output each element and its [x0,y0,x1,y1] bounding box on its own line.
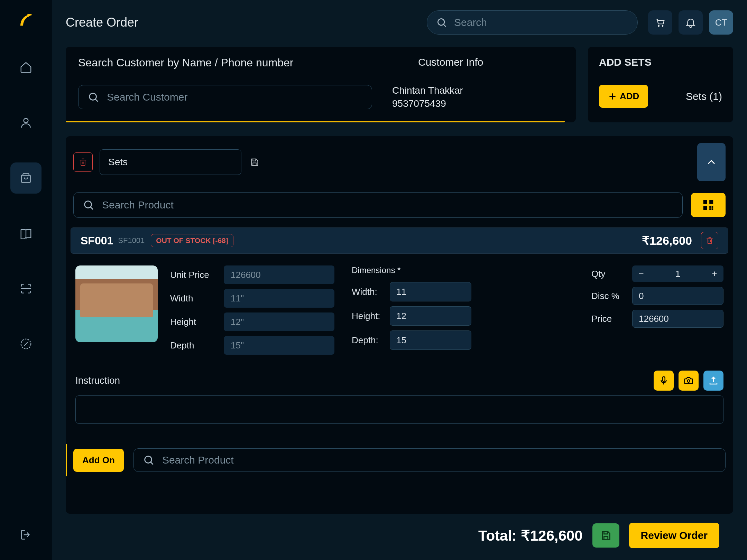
nav-discount[interactable] [10,328,42,360]
depth-value [224,336,334,355]
dim-width-input[interactable] [390,282,471,301]
dim-width-label: Width: [352,287,384,297]
page-title: Create Order [66,15,138,30]
cart-button[interactable] [648,10,672,35]
search-icon [83,199,94,211]
search-icon [87,91,99,103]
sidebar [0,0,52,560]
svg-point-3 [90,93,96,100]
review-order-button[interactable]: Review Order [629,523,719,548]
width-label: Width [170,293,217,304]
customer-search-title: Search Customer by Name / Phone number [78,56,294,69]
sets-count: Sets (1) [686,91,722,102]
collapse-button[interactable] [697,143,726,181]
svg-point-0 [24,118,28,123]
svg-point-13 [687,380,690,383]
svg-rect-6 [709,200,713,204]
nav-user[interactable] [10,107,42,138]
customer-search[interactable] [78,85,372,109]
sets-title: ADD SETS [599,56,722,68]
product-search-input[interactable] [102,199,673,211]
customer-panel: Search Customer by Name / Phone number C… [66,47,576,122]
customer-name: Chintan Thakkar [392,85,463,96]
product-header: SF001 SF1001 OUT OF STOCK [-68] ₹126,600 [71,227,728,254]
qr-icon [702,198,715,212]
product-sku: SF1001 [118,236,145,245]
notifications-button[interactable] [679,10,703,35]
add-set-button[interactable]: ADD [599,85,648,108]
nav-logout[interactable] [19,528,33,543]
upload-button[interactable] [703,371,723,391]
dimensions-title: Dimensions * [352,265,471,275]
dim-depth-input[interactable] [390,330,471,350]
svg-rect-5 [703,200,707,204]
dim-height-label: Height: [352,311,384,321]
chevron-up-icon [705,156,718,168]
svg-rect-10 [709,208,711,210]
topbar: Create Order CT [66,10,733,35]
set-card: SF001 SF1001 OUT OF STOCK [-68] ₹126,600… [66,136,733,514]
product-code: SF001 [81,234,113,247]
qty-label: Qty [591,269,626,279]
global-search[interactable] [427,10,638,35]
svg-point-2 [438,19,444,25]
depth-label: Depth [170,340,217,351]
price-input[interactable] [632,310,723,328]
svg-point-4 [85,201,92,208]
addon-bar: Add On [66,444,733,476]
svg-rect-7 [703,206,707,210]
logo [16,10,36,31]
qty-value: 1 [650,265,706,282]
camera-button[interactable] [679,371,699,391]
save-icon[interactable] [250,157,259,167]
footer: Total: ₹126,600 Review Order [66,514,733,560]
product-price: ₹126,600 [642,234,692,248]
price-label: Price [591,314,626,324]
global-search-input[interactable] [454,17,628,28]
plus-icon [608,92,617,101]
scan-qr-button[interactable] [691,193,726,217]
nav-home[interactable] [10,52,42,83]
sets-panel: ADD SETS ADD Sets (1) [588,47,733,122]
stock-badge: OUT OF STOCK [-68] [151,234,233,247]
addon-search-input[interactable] [162,454,716,466]
nav-catalog[interactable] [10,218,42,249]
search-icon [143,454,155,466]
dim-height-input[interactable] [390,306,471,326]
height-label: Height [170,317,217,327]
addon-button[interactable]: Add On [73,449,124,472]
instruction-input[interactable] [75,395,723,424]
svg-rect-8 [709,206,711,208]
save-order-button[interactable] [592,523,619,548]
product-image [75,265,158,342]
svg-rect-9 [712,208,713,210]
svg-rect-12 [662,377,665,382]
addon-search[interactable] [133,448,726,472]
width-value [224,289,334,308]
svg-rect-11 [712,206,713,208]
customer-search-input[interactable] [107,91,363,103]
total-text: Total: ₹126,600 [478,527,583,544]
nav-orders[interactable] [10,162,42,194]
height-value [224,312,334,331]
delete-product-button[interactable] [701,232,718,249]
disc-label: Disc % [591,291,626,301]
delete-set-button[interactable] [73,152,93,172]
nav-scan[interactable] [10,273,42,304]
disc-input[interactable] [632,287,723,305]
dim-depth-label: Depth: [352,335,384,346]
product-search[interactable] [73,192,683,218]
qty-increment[interactable] [706,265,723,282]
set-name-input[interactable] [100,149,241,175]
svg-point-14 [145,456,152,463]
customer-info-title: Customer Info [418,56,563,69]
unit-price-label: Unit Price [170,270,217,280]
voice-button[interactable] [654,371,674,391]
instruction-label: Instruction [75,375,120,386]
qty-decrement[interactable] [632,265,650,282]
customer-phone: 9537075439 [392,98,463,109]
search-icon [436,17,447,28]
avatar[interactable]: CT [709,10,733,35]
unit-price-value [224,265,334,284]
